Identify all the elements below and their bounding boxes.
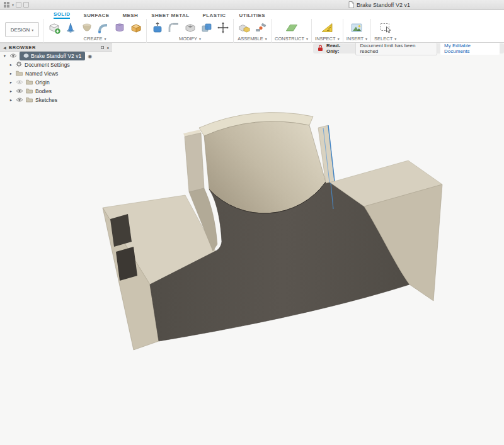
document-badge-icon: ◉ [88, 54, 92, 59]
model-tab-front-face[interactable] [185, 133, 204, 192]
construct-menu-label: CONSTRUCT [275, 36, 304, 42]
inspect-menu[interactable]: INSPECT ▾ [315, 36, 340, 42]
sweep-icon[interactable] [96, 20, 110, 35]
tab-plastic[interactable]: PLASTIC [202, 13, 226, 19]
gear-icon [16, 61, 22, 69]
construct-menu[interactable]: CONSTRUCT ▾ [275, 36, 308, 42]
save-icon[interactable] [16, 2, 21, 8]
expand-arrow-icon[interactable]: ▸ [9, 62, 13, 67]
move-copy-icon[interactable] [215, 20, 230, 35]
fillet-icon[interactable] [166, 20, 181, 35]
tab-surface[interactable]: SURFACE [83, 13, 109, 19]
primitive-box-icon[interactable] [129, 20, 143, 35]
document-title-group: Brake Standoff V2 v1 [348, 0, 410, 10]
browser-item-label: Bodies [35, 88, 52, 94]
browser-item-origin[interactable]: ▸ Origin [0, 78, 112, 87]
insert-canvas-icon[interactable] [350, 20, 364, 35]
ribbon: SOLID SURFACE MESH SHEET METAL PLASTIC U… [0, 10, 504, 43]
press-pull-icon[interactable] [150, 20, 164, 35]
extrude-icon[interactable] [63, 20, 77, 35]
component-icon [23, 53, 29, 60]
panel-pin-icon[interactable]: ● [106, 46, 109, 50]
create-caret-icon: ▾ [104, 37, 106, 41]
loft-icon[interactable] [112, 20, 127, 35]
browser-panel: ◀ BROWSER ● ▾ Brake Standoff V2 v1 ◉ ▸ D… [0, 43, 112, 104]
design-caret-icon: ▾ [32, 28, 33, 32]
inspect-caret-icon: ▾ [338, 37, 340, 41]
visibility-eye-icon[interactable] [16, 79, 23, 86]
modify-menu[interactable]: MODIFY ▾ [150, 36, 230, 42]
joint-icon[interactable] [253, 20, 268, 35]
modify-menu-label: MODIFY [179, 36, 197, 42]
revolve-icon[interactable] [79, 20, 94, 35]
assemble-component-icon[interactable] [237, 20, 251, 35]
window-controls[interactable]: ▾ [0, 0, 29, 11]
design-menu-button[interactable]: DESIGN ▾ [5, 22, 39, 37]
design-menu-label: DESIGN [11, 27, 30, 33]
insert-caret-icon: ▾ [365, 37, 367, 41]
toolbar-group-modify: MODIFY ▾ [146, 19, 233, 43]
editable-documents-link[interactable]: My Editable Documents [440, 42, 500, 55]
assemble-caret-icon: ▾ [265, 37, 267, 41]
select-menu-label: SELECT [374, 36, 392, 42]
browser-item-sketches[interactable]: ▸ Sketches [0, 96, 112, 104]
combine-icon[interactable] [199, 20, 214, 35]
app-grid-icon[interactable] [3, 0, 10, 11]
toolbar-group-select: SELECT ▾ [370, 19, 399, 43]
folder-icon [26, 79, 33, 86]
assemble-menu[interactable]: ASSEMBLE ▾ [237, 36, 268, 42]
readonly-message: Document limit has been reached [355, 42, 437, 55]
panel-options-icon[interactable] [101, 46, 104, 49]
tab-utilities[interactable]: UTILITIES [239, 13, 265, 19]
folder-icon [26, 88, 33, 95]
root-component-selected[interactable]: Brake Standoff V2 v1 [20, 52, 85, 60]
construct-plane-icon[interactable] [284, 20, 299, 35]
expand-arrow-icon[interactable]: ▸ [9, 89, 13, 94]
readonly-banner: Read-Only: Document limit has been reach… [313, 43, 504, 54]
modify-caret-icon: ▾ [199, 37, 201, 41]
folder-icon [26, 97, 33, 104]
app-menu-caret-icon[interactable]: ▾ [12, 3, 14, 7]
model-pocket-lower[interactable] [116, 247, 137, 281]
browser-header[interactable]: ◀ BROWSER ● [0, 43, 112, 52]
browser-title: BROWSER [9, 45, 36, 50]
expand-arrow-icon[interactable]: ▸ [9, 80, 13, 85]
expand-arrow-icon[interactable]: ▸ [9, 98, 13, 103]
select-icon[interactable] [378, 20, 392, 35]
collapse-panel-icon[interactable]: ◀ [3, 45, 6, 50]
tab-sheet-metal[interactable]: SHEET METAL [151, 13, 189, 19]
visibility-eye-icon[interactable] [16, 88, 23, 95]
browser-item-label: Document Settings [25, 62, 70, 68]
tab-solid[interactable]: SOLID [54, 11, 70, 19]
new-component-icon[interactable] [47, 20, 61, 35]
toolbar-group-create: CREATE ▾ [43, 19, 146, 43]
insert-menu[interactable]: INSERT ▾ [346, 36, 367, 42]
browser-item-document-settings[interactable]: ▸ Document Settings [0, 60, 112, 69]
create-menu[interactable]: CREATE ▾ [47, 36, 143, 42]
browser-item-named-views[interactable]: ▸ Named Views [0, 69, 112, 78]
folder-icon [16, 70, 23, 77]
select-menu[interactable]: SELECT ▾ [374, 36, 396, 42]
tab-bar: SOLID SURFACE MESH SHEET METAL PLASTIC U… [0, 10, 504, 19]
construct-caret-icon: ▾ [306, 37, 308, 41]
undo-icon[interactable] [23, 2, 29, 8]
model-pocket-upper[interactable] [110, 214, 132, 247]
browser-item-label: Origin [35, 79, 50, 86]
root-component-label: Brake Standoff V2 v1 [31, 53, 81, 59]
title-bar: ▾ Brake Standoff V2 v1 [0, 0, 504, 10]
expand-arrow-icon[interactable]: ▾ [3, 54, 7, 59]
expand-arrow-icon[interactable]: ▸ [9, 71, 13, 76]
tab-mesh[interactable]: MESH [122, 13, 138, 19]
browser-item-label: Sketches [35, 97, 57, 103]
measure-icon[interactable] [320, 20, 335, 35]
toolbar-group-insert: INSERT ▾ [343, 19, 370, 43]
shell-icon[interactable] [183, 20, 197, 35]
visibility-eye-icon[interactable] [16, 97, 23, 104]
browser-item-bodies[interactable]: ▸ Bodies [0, 87, 112, 96]
toolbar-group-assemble: ASSEMBLE ▾ [233, 19, 271, 43]
browser-item-root[interactable]: ▾ Brake Standoff V2 v1 ◉ [0, 52, 112, 60]
visibility-eye-icon[interactable] [9, 53, 17, 60]
document-icon [348, 1, 354, 9]
readonly-label: Read-Only: [326, 43, 352, 54]
toolbar-group-construct: CONSTRUCT ▾ [271, 19, 311, 43]
